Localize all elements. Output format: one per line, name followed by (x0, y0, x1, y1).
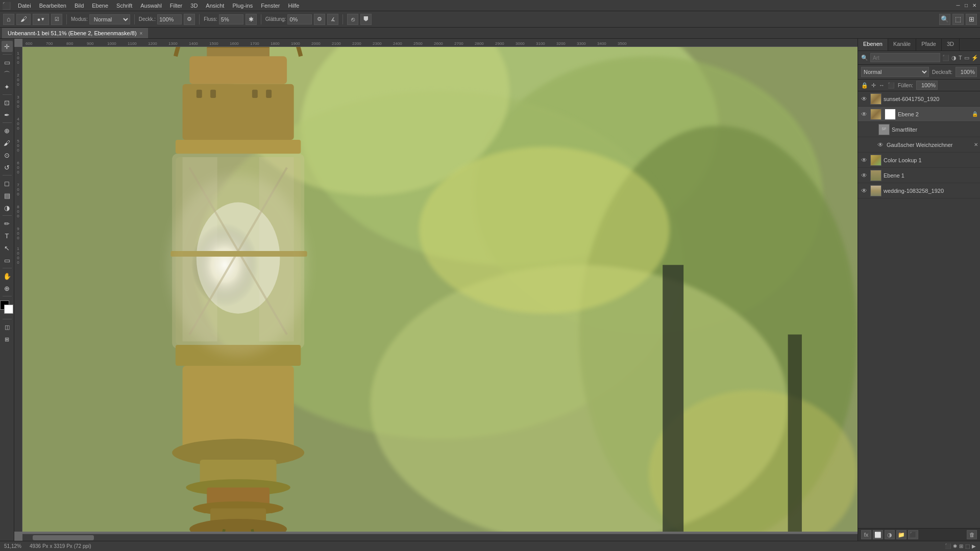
layer-filter-pixel-icon[interactable]: ⬛ (942, 55, 949, 61)
minimize-button[interactable]: ─ (954, 2, 962, 9)
dodge-tool[interactable]: ◑ (2, 202, 13, 213)
layer-filter-smart-icon[interactable]: ⚡ (971, 55, 978, 61)
layer-visibility-ebene1[interactable]: 👁 (860, 171, 868, 180)
lasso-tool[interactable]: ⌒ (2, 69, 13, 80)
menu-fenster[interactable]: Fenster (257, 2, 284, 10)
add-style-button[interactable]: fx (861, 530, 871, 539)
fill-input[interactable] (916, 81, 938, 90)
glaettung-settings-button[interactable]: ⚙ (314, 14, 325, 25)
canvas-scrollbar-horizontal[interactable] (22, 534, 857, 541)
add-mask-button[interactable]: ⬜ (873, 530, 883, 539)
brush-toggle-button[interactable]: ☑ (51, 14, 62, 25)
deckk-input[interactable] (157, 14, 182, 24)
layer-row-ebene1[interactable]: 👁 Ebene 1 (858, 168, 980, 183)
crop-tool[interactable]: ⊡ (2, 97, 13, 108)
eraser-tool[interactable]: ◻ (2, 178, 13, 189)
layer-thumb-smartfilter: SF (878, 124, 890, 135)
ruler-tick-2800: 2800 (474, 41, 494, 46)
deckk-options-button[interactable]: ⚙ (184, 14, 195, 25)
opacity-input[interactable] (955, 67, 977, 77)
screen-mode-tool[interactable]: ⊞ (2, 334, 13, 345)
close-button[interactable]: ✕ (971, 2, 978, 9)
layer-row-sunset[interactable]: 👁 sunset-6041750_1920 (858, 91, 980, 107)
menu-hilfe[interactable]: Hilfe (284, 2, 303, 10)
ruler-v-tick-100: 100 (17, 51, 19, 65)
pen-tool[interactable]: ✏ (2, 218, 13, 229)
layer-filter-delete-icon[interactable]: ✕ (974, 142, 978, 147)
layer-row-ebene2[interactable]: 👁 Ebene 2 🔒 (858, 107, 980, 122)
menu-plugins[interactable]: Plug-ins (228, 2, 257, 10)
gradient-tool[interactable]: ▤ (2, 190, 13, 201)
arrange-button[interactable]: ⊞ (966, 14, 977, 25)
background-color[interactable] (4, 305, 13, 314)
menu-ansicht[interactable]: Ansicht (202, 2, 228, 10)
glaettung-extra-button[interactable]: ∡ (327, 14, 338, 25)
layers-mode-row: Normal Deckraft: (858, 65, 980, 80)
menu-schrift[interactable]: Schrift (112, 2, 136, 10)
new-layer-button[interactable]: ⬛ (908, 530, 918, 539)
status-icon-3: ⊞ (959, 543, 963, 549)
layer-visibility-sunset[interactable]: 👁 (860, 95, 868, 103)
menu-bearbeiten[interactable]: Bearbeiten (35, 2, 70, 10)
add-adjustment-button[interactable]: ◑ (885, 530, 895, 539)
layer-visibility-colorlookup[interactable]: 👁 (860, 156, 868, 164)
move-tool[interactable]: ✛ (2, 41, 13, 52)
eyedropper-tool[interactable]: ✒ (2, 109, 13, 120)
layer-row-gaussweich[interactable]: 👁 Gaußscher Weichzeichner ✕ (858, 137, 980, 153)
delete-layer-button[interactable]: 🗑 (967, 530, 977, 539)
shape-tool[interactable]: ▭ (2, 255, 13, 266)
spot-heal-tool[interactable]: ⊕ (2, 125, 13, 136)
brush-preset-button[interactable]: 🖌 (16, 14, 31, 25)
hand-tool[interactable]: ✋ (2, 270, 13, 282)
menu-3d[interactable]: 3D (186, 2, 202, 10)
search-button[interactable]: 🔍 (939, 14, 950, 25)
modus-select[interactable]: Normal (89, 14, 130, 24)
tab-close-button[interactable]: × (140, 31, 143, 36)
layers-mode-select[interactable]: Normal (861, 67, 929, 77)
glaettung-label: Glättung: (265, 16, 286, 22)
clone-stamp-tool[interactable]: ⊙ (2, 149, 13, 161)
canvas-scrollbar-thumb[interactable] (33, 535, 94, 540)
menu-auswahl[interactable]: Auswahl (136, 2, 166, 10)
document-tab[interactable]: Unbenannt-1 bei 51,1% (Ebene 2, Ebenenma… (2, 28, 148, 38)
home-button[interactable]: ⌂ (3, 14, 14, 25)
menu-bild[interactable]: Bild (70, 2, 88, 10)
layer-row-smartfilter[interactable]: 👁 SF Smartfilter (858, 122, 980, 137)
history-brush-tool[interactable]: ↺ (2, 162, 13, 173)
layer-visibility-wedding[interactable]: 👁 (860, 187, 868, 195)
quick-mask-tool[interactable]: ◫ (2, 321, 13, 333)
path-select-tool[interactable]: ↖ (2, 242, 13, 254)
layers-search-input[interactable] (870, 53, 940, 62)
layer-row-colorlookup[interactable]: 👁 Color Lookup 1 (858, 153, 980, 168)
tab-kanaele[interactable]: Kanäle (888, 39, 916, 51)
layer-visibility-gaussweich[interactable]: 👁 (876, 141, 885, 149)
canvas-content[interactable] (22, 47, 857, 532)
symmetry-button[interactable]: ⎋ (347, 14, 358, 25)
workspace-button[interactable]: ⬚ (952, 14, 964, 25)
menu-datei[interactable]: Datei (14, 2, 35, 10)
menu-filter[interactable]: Filter (166, 2, 186, 10)
fluss-input[interactable] (219, 14, 243, 24)
layer-filter-adjust-icon[interactable]: ◑ (951, 55, 957, 61)
rectangle-select-tool[interactable]: ▭ (2, 57, 13, 68)
tab-ebenen[interactable]: Ebenen (858, 39, 888, 51)
layer-filter-type-icon[interactable]: T (959, 55, 962, 61)
maximize-button[interactable]: □ (963, 2, 970, 9)
layer-filter-shape-icon[interactable]: ▭ (964, 55, 969, 61)
new-group-button[interactable]: 📁 (896, 530, 906, 539)
layer-row-wedding[interactable]: 👁 wedding-1083258_1920 (858, 183, 980, 198)
layer-visibility-ebene2[interactable]: 👁 (860, 110, 868, 118)
layer-visibility-smartfilter[interactable]: 👁 (868, 126, 876, 134)
tab-3d[interactable]: 3D (942, 39, 960, 51)
color-picker[interactable] (0, 300, 14, 315)
fluss-airbrush-button[interactable]: ✱ (246, 14, 257, 25)
type-tool[interactable]: T (2, 230, 13, 241)
brush-size-button[interactable]: ● ▾ (33, 14, 49, 25)
pressure-button[interactable]: ⛊ (360, 14, 372, 25)
glaettung-input[interactable] (287, 14, 312, 24)
magic-wand-tool[interactable]: ✦ (2, 81, 13, 92)
brush-tool[interactable]: 🖌 (2, 137, 13, 148)
zoom-tool[interactable]: ⊕ (2, 283, 13, 294)
menu-ebene[interactable]: Ebene (88, 2, 112, 10)
tab-pfade[interactable]: Pfade (916, 39, 942, 51)
